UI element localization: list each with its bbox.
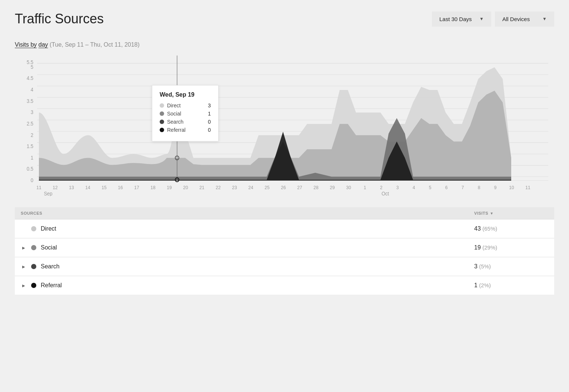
chart-container: 0 0.5 1 1.5 2 2.5 3 3.5 4 4.5 5 5.5 (15, 56, 554, 196)
table-row: ▶ Referral 1 (2%) (15, 276, 554, 295)
svg-text:23: 23 (232, 185, 237, 190)
svg-text:6: 6 (445, 185, 448, 190)
label-search: Search (41, 263, 60, 270)
svg-text:29: 29 (330, 185, 335, 190)
sort-icon: ▼ (490, 211, 493, 215)
table-row: ▶ Search 3 (5%) (15, 257, 554, 276)
svg-text:14: 14 (85, 185, 90, 190)
tooltip-value-referral: 0 (208, 127, 211, 133)
svg-text:1: 1 (31, 155, 33, 160)
svg-text:22: 22 (216, 185, 220, 190)
svg-text:3: 3 (396, 185, 399, 190)
table-row: ▶ Direct 43 (65%) (15, 220, 554, 238)
chart-section: Visits by day (Tue, Sep 11 – Thu, Oct 11… (15, 41, 554, 196)
svg-text:1: 1 (364, 185, 366, 190)
svg-text:2: 2 (31, 132, 33, 138)
tooltip-label-search: Search (167, 119, 202, 125)
svg-text:21: 21 (199, 185, 204, 190)
row-source-direct: ▶ Direct (21, 225, 474, 232)
header-controls: Last 30 Days ▼ All Devices ▼ (432, 11, 554, 27)
col-visits-header[interactable]: VISITS ▼ (474, 211, 548, 215)
svg-text:24: 24 (248, 185, 253, 190)
device-filter-label: All Devices (502, 16, 530, 22)
svg-text:20: 20 (183, 185, 188, 190)
svg-text:16: 16 (118, 185, 123, 190)
svg-text:3.5: 3.5 (27, 98, 33, 104)
svg-text:11: 11 (525, 185, 530, 190)
svg-text:30: 30 (346, 185, 351, 190)
tooltip-dot-search (160, 120, 164, 124)
device-filter-chevron-icon: ▼ (542, 16, 547, 21)
row-source-referral: ▶ Referral (21, 282, 474, 289)
tooltip-value-direct: 3 (208, 103, 211, 108)
tooltip-row-social: Social 1 (160, 111, 211, 117)
row-source-social: ▶ Social (21, 244, 474, 251)
date-filter-dropdown[interactable]: Last 30 Days ▼ (432, 11, 491, 27)
svg-text:28: 28 (313, 185, 318, 190)
svg-text:15: 15 (102, 185, 106, 190)
dot-search (31, 264, 36, 269)
svg-text:5: 5 (429, 185, 432, 190)
expand-search[interactable]: ▶ (21, 264, 27, 269)
tooltip-label-referral: Referral (167, 127, 202, 133)
dot-social (31, 245, 36, 250)
svg-text:0.5: 0.5 (27, 166, 33, 172)
dot-referral (31, 283, 36, 288)
traffic-table: SOURCES VISITS ▼ ▶ Direct 43 (65%) ▶ Soc… (15, 207, 554, 295)
chart-day-link[interactable]: day (39, 41, 48, 48)
date-filter-label: Last 30 Days (439, 16, 472, 22)
svg-text:11: 11 (36, 185, 41, 190)
visits-direct: 43 (65%) (474, 225, 548, 232)
svg-text:2.5: 2.5 (27, 121, 33, 127)
tooltip-row-direct: Direct 3 (160, 103, 211, 108)
expand-referral[interactable]: ▶ (21, 282, 27, 288)
col-source-header: SOURCES (21, 211, 474, 215)
chart-svg: 0 0.5 1 1.5 2 2.5 3 3.5 4 4.5 5 5.5 (15, 56, 554, 196)
svg-text:10: 10 (509, 185, 514, 190)
svg-text:1.5: 1.5 (27, 144, 33, 149)
tooltip-label-direct: Direct (167, 103, 202, 108)
row-source-search: ▶ Search (21, 263, 474, 270)
svg-text:7: 7 (462, 185, 464, 190)
label-social: Social (41, 244, 57, 251)
tooltip-dot-social (160, 111, 164, 116)
svg-text:5.5: 5.5 (27, 60, 33, 65)
svg-text:3: 3 (31, 110, 33, 115)
device-filter-dropdown[interactable]: All Devices ▼ (495, 11, 554, 27)
tooltip-dot-referral (160, 128, 164, 132)
chart-subtitle: Visits by day (Tue, Sep 11 – Thu, Oct 11… (15, 41, 554, 48)
svg-text:26: 26 (281, 185, 286, 190)
svg-text:8: 8 (478, 185, 480, 190)
tooltip-dot-direct (160, 103, 164, 108)
tooltip-value-search: 0 (208, 119, 211, 125)
page-header: Traffic Sources Last 30 Days ▼ All Devic… (15, 11, 554, 27)
svg-text:27: 27 (297, 185, 302, 190)
tooltip-label-social: Social (167, 111, 202, 117)
table-row: ▶ Social 19 (29%) (15, 238, 554, 257)
tooltip-value-social: 1 (208, 111, 211, 117)
svg-text:4.5: 4.5 (27, 76, 33, 81)
expand-social[interactable]: ▶ (21, 245, 27, 251)
tooltip-row-search: Search 0 (160, 119, 211, 125)
svg-text:19: 19 (167, 185, 172, 190)
svg-text:2: 2 (380, 185, 383, 190)
svg-text:9: 9 (494, 185, 497, 190)
svg-text:0: 0 (31, 178, 33, 183)
page-title: Traffic Sources (15, 11, 104, 27)
svg-text:25: 25 (264, 185, 269, 190)
visits-referral: 1 (2%) (474, 282, 548, 289)
label-referral: Referral (41, 282, 62, 289)
chart-tooltip: Wed, Sep 19 Direct 3 Social 1 Search 0 R… (152, 85, 219, 141)
date-filter-chevron-icon: ▼ (479, 16, 484, 21)
visits-search: 3 (5%) (474, 263, 548, 270)
svg-text:12: 12 (53, 185, 57, 190)
table-header: SOURCES VISITS ▼ (15, 207, 554, 220)
svg-text:17: 17 (134, 185, 139, 190)
dot-direct (31, 226, 36, 231)
svg-text:Oct: Oct (382, 191, 389, 196)
tooltip-date: Wed, Sep 19 (160, 91, 211, 98)
tooltip-row-referral: Referral 0 (160, 127, 211, 133)
chart-date-range: (Tue, Sep 11 – Thu, Oct 11, 2018) (50, 41, 140, 48)
svg-text:18: 18 (150, 185, 155, 190)
label-direct: Direct (41, 225, 56, 232)
